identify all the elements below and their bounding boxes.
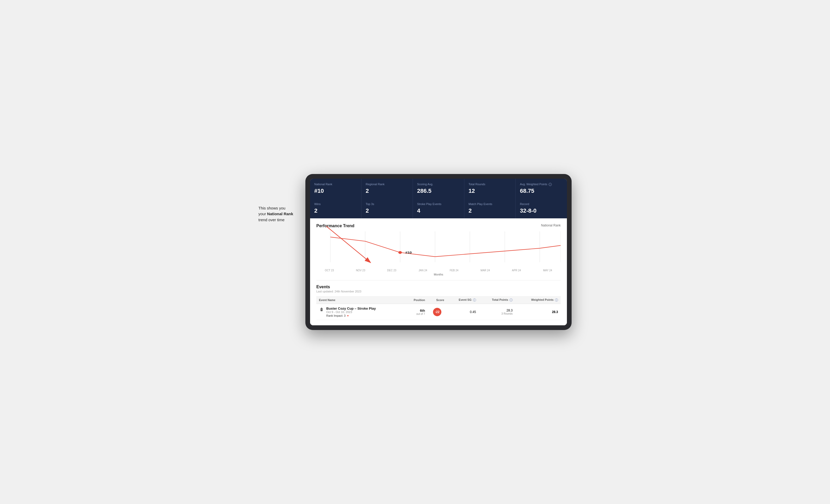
events-table: Event Name Position Score Event SG i Tot… xyxy=(316,296,561,320)
svg-rect-14 xyxy=(321,309,322,310)
stat-record-value: 32-8-0 xyxy=(520,207,563,214)
chart-area: #10 xyxy=(316,231,561,268)
score-badge: -22 xyxy=(433,308,441,316)
stat-wins-label: Wins xyxy=(314,202,357,206)
stats-row1: National Rank #10 Regional Rank 2 Scorin… xyxy=(310,179,567,199)
event-date: Oct 9 - Oct 10, 2023 xyxy=(326,310,376,313)
stat-wins: Wins 2 xyxy=(310,199,361,219)
total-points-info-icon[interactable]: i xyxy=(509,298,513,302)
stat-record-label: Record xyxy=(520,202,563,206)
stat-wins-value: 2 xyxy=(314,207,357,214)
performance-label: National Rank xyxy=(541,224,561,227)
stat-national-rank-value: #10 xyxy=(314,188,357,194)
table-header-row: Event Name Position Score Event SG i Tot… xyxy=(316,296,561,304)
x-label-mar24: MAR 24 xyxy=(477,269,493,272)
table-row: Buster Cozy Cup – Stroke Play Oct 9 - Oc… xyxy=(316,304,561,320)
annotation: This shows you your National Rank trend … xyxy=(258,205,300,223)
col-score: Score xyxy=(427,296,447,304)
stat-regional-rank-value: 2 xyxy=(366,188,409,194)
x-axis-labels: OCT 23 NOV 23 DEC 23 JAN 24 FEB 24 MAR 2… xyxy=(316,269,561,272)
stat-top3s-value: 2 xyxy=(366,207,409,214)
events-updated: Last updated: 24th November 2023 xyxy=(316,290,561,293)
event-name-cell: Buster Cozy Cup – Stroke Play Oct 9 - Oc… xyxy=(316,304,404,320)
x-label-feb24: FEB 24 xyxy=(446,269,462,272)
tablet: National Rank #10 Regional Rank 2 Scorin… xyxy=(306,174,572,330)
event-sg: 0.45 xyxy=(447,304,479,320)
svg-text:#10: #10 xyxy=(405,251,412,254)
event-total-points: 28.3 3 Rounds xyxy=(479,304,515,320)
stat-total-rounds: Total Rounds 12 xyxy=(464,179,515,199)
stat-regional-rank: Regional Rank 2 xyxy=(361,179,413,199)
stat-match-play: Match Play Events 2 xyxy=(464,199,515,219)
stat-scoring-avg: Scoring Avg. 286.5 xyxy=(413,179,464,199)
performance-chart: #10 xyxy=(316,231,561,268)
stat-scoring-avg-value: 286.5 xyxy=(417,188,460,194)
stat-avg-weighted-label: Avg. Weighted Points i xyxy=(520,182,563,186)
stat-total-rounds-label: Total Rounds xyxy=(469,182,511,186)
weighted-points-info-icon[interactable]: i xyxy=(555,298,558,302)
event-name: Buster Cozy Cup – Stroke Play xyxy=(326,306,376,310)
stat-total-rounds-value: 12 xyxy=(469,188,511,194)
stat-record: Record 32-8-0 xyxy=(516,199,567,219)
page-wrapper: This shows you your National Rank trend … xyxy=(258,174,572,330)
x-label-may24: MAY 24 xyxy=(540,269,555,272)
x-label-oct23: OCT 23 xyxy=(322,269,337,272)
stat-stroke-play-value: 4 xyxy=(417,207,460,214)
stat-match-play-value: 2 xyxy=(469,207,511,214)
col-position: Position xyxy=(404,296,428,304)
event-weighted-points: 28.3 xyxy=(515,304,561,320)
svg-rect-13 xyxy=(321,308,322,308)
stat-top3s: Top 3s 2 xyxy=(361,199,413,219)
info-icon[interactable]: i xyxy=(549,183,552,186)
performance-header: Performance Trend National Rank xyxy=(316,224,561,228)
rank-down-arrow: ▼ xyxy=(347,314,349,317)
x-label-dec23: DEC 23 xyxy=(384,269,400,272)
x-axis-title: Months xyxy=(316,273,561,276)
stat-avg-weighted: Avg. Weighted Points i 68.75 xyxy=(516,179,567,199)
svg-point-10 xyxy=(398,251,402,254)
stat-national-rank: National Rank #10 xyxy=(310,179,361,199)
stat-top3s-label: Top 3s xyxy=(366,202,409,206)
event-rank-impact: Rank Impact: 3 ▼ xyxy=(326,314,376,317)
event-position: 6th out of 7 xyxy=(404,304,428,320)
content-area: Performance Trend National Rank xyxy=(310,219,567,325)
svg-rect-12 xyxy=(321,308,323,311)
tablet-screen: National Rank #10 Regional Rank 2 Scorin… xyxy=(310,179,567,326)
events-title: Events xyxy=(316,284,561,289)
stat-national-rank-label: National Rank xyxy=(314,182,357,186)
stat-regional-rank-label: Regional Rank xyxy=(366,182,409,186)
col-event-name: Event Name xyxy=(316,296,404,304)
x-label-jan24: JAN 24 xyxy=(415,269,430,272)
stat-stroke-play-label: Stroke Play Events xyxy=(417,202,460,206)
event-sg-info-icon[interactable]: i xyxy=(473,298,476,302)
col-weighted-points: Weighted Points i xyxy=(515,296,561,304)
stats-row2: Wins 2 Top 3s 2 Stroke Play Events 4 Mat… xyxy=(310,199,567,219)
x-label-nov23: NOV 23 xyxy=(353,269,368,272)
col-total-points: Total Points i xyxy=(479,296,515,304)
stat-stroke-play: Stroke Play Events 4 xyxy=(413,199,464,219)
events-section: Events Last updated: 24th November 2023 … xyxy=(316,280,561,320)
col-event-sg: Event SG i xyxy=(447,296,479,304)
performance-title: Performance Trend xyxy=(316,224,354,228)
stat-avg-weighted-value: 68.75 xyxy=(520,188,563,194)
event-score: -22 xyxy=(427,304,447,320)
golf-bag-icon xyxy=(319,307,324,312)
x-label-apr24: APR 24 xyxy=(509,269,524,272)
stat-scoring-avg-label: Scoring Avg. xyxy=(417,182,460,186)
stat-match-play-label: Match Play Events xyxy=(469,202,511,206)
